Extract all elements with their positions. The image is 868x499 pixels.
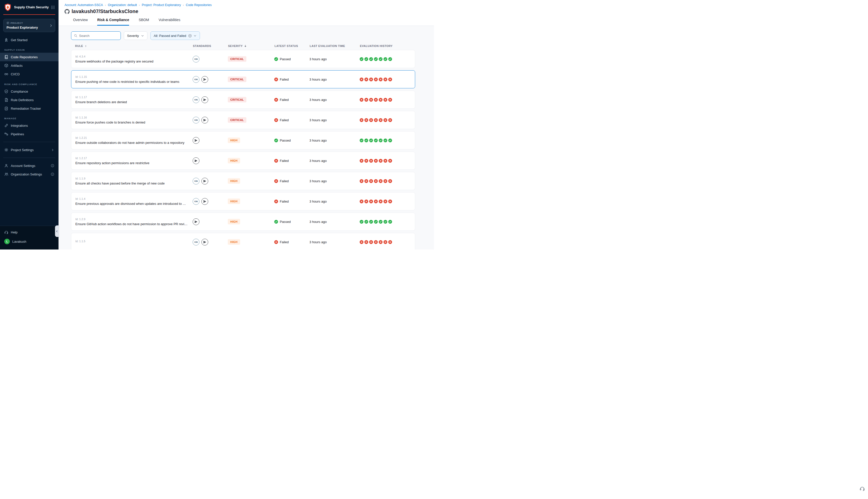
breadcrumb-link-organization[interactable]: Organization: default [108, 3, 137, 7]
sidebar-item-organization-settings[interactable]: Organization Settings [0, 170, 59, 179]
table-row[interactable]: Id: 1.1.17 Ensure branch deletions are d… [71, 90, 415, 109]
sidebar-item-artifacts[interactable]: Artifacts [0, 61, 59, 70]
column-header-rule[interactable]: RULE [71, 45, 193, 47]
tab-sbom[interactable]: SBOM [138, 18, 149, 26]
table-row[interactable]: Id: 1.1.9 Ensure all checks have passed … [71, 172, 415, 190]
breadcrumb-link-code-repositories[interactable]: Code Repositories [186, 3, 212, 7]
status-label: Passed [280, 220, 291, 224]
status-label: Failed [280, 159, 289, 163]
standards-cell: CIS [193, 76, 228, 83]
module-grid-icon[interactable] [51, 5, 55, 9]
standards-cell: CIS [193, 178, 228, 184]
history-fail-icon [369, 240, 373, 244]
latest-status: Passed [274, 57, 310, 61]
sidebar-item-pipelines[interactable]: Pipelines [0, 130, 59, 138]
sidebar-item-remediation-tracker[interactable]: Remediation Tracker [0, 104, 59, 113]
sidebar-item-help[interactable]: Help [0, 228, 59, 236]
tab-bar: Overview Risk & Compliance SBOM Vulnerab… [64, 18, 428, 26]
table-row[interactable]: Id: 1.2.21 Ensure outside collaborators … [71, 131, 415, 149]
column-header-evaluation-history[interactable]: EVALUATION HISTORY [360, 45, 415, 47]
sidebar-collapse-handle[interactable] [55, 226, 59, 237]
breadcrumb-link-account[interactable]: Account: Automation-SSCA [64, 3, 103, 7]
history-fail-icon [364, 118, 368, 122]
project-label: PROJECT [11, 22, 23, 24]
document-icon [4, 98, 8, 102]
column-header-latest-status[interactable]: LATEST STATUS [275, 45, 310, 47]
sidebar-header: Supply Chain Security [3, 0, 55, 15]
status-label: Failed [280, 98, 289, 102]
table-row[interactable]: Id: 1.1.15 Ensure pushing of new code is… [71, 70, 415, 88]
table-header: RULE STANDARDS SEVERITY LATEST STATUS LA… [71, 40, 415, 50]
sidebar-item-compliance[interactable]: Compliance [0, 87, 59, 96]
info-icon[interactable] [51, 164, 54, 168]
standards-cell: CIS [193, 117, 228, 123]
info-icon[interactable] [51, 172, 54, 176]
tab-overview[interactable]: Overview [73, 18, 88, 26]
rule-id: Id: 1.1.4 [75, 197, 193, 200]
project-selector[interactable]: PROJECT Product Exploratory [3, 19, 55, 32]
history-fail-icon [384, 240, 387, 244]
severity-badge: CRITICAL [228, 97, 246, 102]
sidebar-item-label: Help [11, 230, 17, 234]
section-label-manage: MANAGE [0, 113, 59, 121]
clear-filter-icon[interactable] [188, 34, 192, 38]
history-pass-icon [388, 57, 392, 61]
table-row[interactable]: Id: 4.3.4 Ensure webhooks of the package… [71, 50, 415, 68]
rule-id: Id: 1.2.9 [75, 218, 193, 221]
tab-vulnerabilities[interactable]: Vulnerabilities [158, 18, 180, 26]
sort-desc-icon [244, 45, 247, 47]
cis-standard-badge: CIS [193, 239, 200, 245]
history-pass-icon [384, 57, 387, 61]
sidebar-item-user[interactable]: L Lavakush [0, 236, 59, 246]
history-fail-icon [374, 118, 378, 122]
history-fail-icon [384, 159, 387, 163]
history-fail-icon [360, 240, 363, 244]
history-fail-icon [360, 118, 363, 122]
rule-id: Id: 1.1.17 [75, 96, 193, 99]
search-input[interactable] [79, 34, 118, 38]
sidebar-item-integrations[interactable]: Integrations [0, 121, 59, 130]
sidebar-item-account-settings[interactable]: Account Settings [0, 161, 59, 170]
sidebar-item-label: Rule Definitions [11, 98, 34, 102]
history-pass-icon [388, 220, 392, 224]
status-filter-dropdown[interactable]: All: Passed and Failed [150, 32, 200, 40]
column-header-standards[interactable]: STANDARDS [193, 45, 228, 47]
table-row[interactable]: Id: 1.2.9 Ensure GitHub action workflows… [71, 212, 415, 231]
sidebar-item-rule-definitions[interactable]: Rule Definitions [0, 96, 59, 104]
sidebar-item-project-settings[interactable]: Project Settings [0, 146, 59, 154]
last-evaluation-time: 3 hours ago [310, 118, 360, 122]
sidebar-item-cicd[interactable]: CI/CD [0, 70, 59, 78]
code-repo-icon [4, 55, 8, 59]
history-fail-icon [379, 98, 383, 102]
severity-filter-label: Severity [127, 34, 139, 38]
history-pass-icon [360, 57, 363, 61]
severity-filter-dropdown[interactable]: Severity [124, 32, 147, 40]
table-row[interactable]: Id: 1.1.5 CIS HIGH Failed 3 hours ago [71, 233, 415, 250]
last-evaluation-time: 3 hours ago [310, 77, 360, 81]
history-fail-icon [384, 98, 387, 102]
history-fail-icon [374, 98, 378, 102]
project-icon [7, 22, 9, 24]
page-header: Account: Automation-SSCA › Organization:… [59, 0, 434, 26]
tab-risk-compliance[interactable]: Risk & Compliance [97, 18, 129, 26]
column-header-last-evaluation-time[interactable]: LAST EVALUATION TIME [310, 45, 360, 47]
breadcrumb: Account: Automation-SSCA › Organization:… [64, 3, 428, 7]
table-row[interactable]: Id: 1.1.4 Ensure previous approvals are … [71, 192, 415, 210]
pass-icon [274, 57, 278, 61]
cis-standard-badge: CIS [193, 56, 200, 62]
section-label-risk-compliance: RISK AND COMPLIANCE [0, 78, 59, 87]
rule-table-body: Id: 4.3.4 Ensure webhooks of the package… [71, 50, 415, 250]
history-pass-icon [364, 138, 368, 142]
severity-badge: HIGH [228, 137, 240, 143]
fail-icon [274, 240, 278, 244]
sidebar-item-get-started[interactable]: Get Started [0, 36, 59, 44]
column-header-severity[interactable]: SEVERITY [228, 45, 275, 47]
history-fail-icon [360, 159, 363, 163]
standards-cell: CIS [193, 96, 228, 103]
table-row[interactable]: Id: 1.1.16 Ensure force pushes code to b… [71, 111, 415, 129]
table-row[interactable]: Id: 1.2.17 Ensure repository action perm… [71, 151, 415, 170]
pipeline-icon [4, 132, 8, 136]
breadcrumb-link-project[interactable]: Project: Product Exploratory [142, 3, 181, 7]
fail-icon [274, 98, 278, 102]
sidebar-item-code-repositories[interactable]: Code Repositories [0, 53, 59, 61]
